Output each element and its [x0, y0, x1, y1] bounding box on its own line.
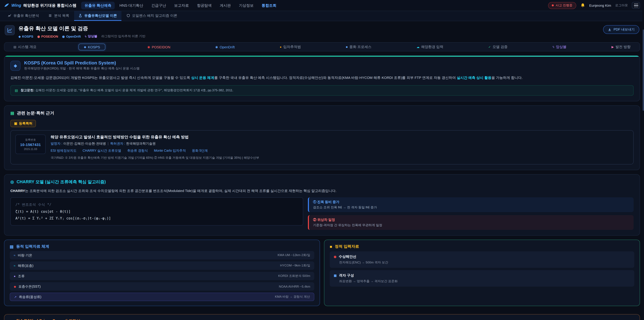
menu-item-weather[interactable]: 기상정보 — [236, 2, 257, 9]
page-title: 유출유 확산 모델 이론 및 검증 — [18, 25, 146, 32]
tab-label: 오일펜스 배치 알고리즘 이론 — [132, 13, 178, 18]
static-input-title: 정적 입력자료 — [335, 244, 359, 249]
weathering-icon: ■ — [346, 45, 348, 49]
menu-item-hns[interactable]: HNS·대기확산 — [116, 2, 146, 9]
app-title: 해양환경 위기대응 통합시스템 — [23, 3, 76, 8]
kosps-diamond-icon: ◆ — [10, 61, 20, 71]
patent-section: ▤ 관련 논문·특허 근거 ▣ 등록특허 등록번호 10-1567431 201… — [4, 105, 640, 170]
patent-tag[interactable]: 취송류 경험식 — [127, 149, 148, 153]
patent-card: 등록번호 10-1567431 2015.11.03 해양 유류오염사고 발생시… — [10, 130, 634, 164]
book-icon: ▤ — [15, 89, 18, 92]
grid-icon: ▦ — [334, 274, 336, 277]
rocket-icon: ▶ — [612, 45, 614, 49]
sectab-opendrift[interactable]: ◉OpenDrift — [212, 44, 238, 50]
sectab-ocean-env-input[interactable]: ☁해양환경 입력 — [414, 44, 446, 50]
diamond-icon: ◆ — [18, 35, 21, 38]
tab-label: 유출유확산모델 이론 — [84, 13, 117, 18]
list-icon — [48, 14, 52, 18]
tab-analysis-list[interactable]: 분석 목록 — [44, 11, 74, 21]
charry-notes: ① 진폭 동비 증가 검조소 조위 진폭 f배 → 전 격자 동일 f배 증가 … — [308, 197, 634, 230]
scrollbar-thumb[interactable] — [642, 30, 644, 111]
patent-tag[interactable]: Monte Carlo 입자추적 — [154, 149, 186, 153]
chart-icon: ▤ — [10, 244, 14, 249]
amplitude-note: ① 진폭 동비 증가 검조소 조위 진폭 f배 → 전 격자 동일 f배 증가 — [308, 197, 634, 212]
pdf-button-label: PDF 내보내기 — [614, 27, 634, 32]
logout-button[interactable]: 로그아웃 — [615, 3, 628, 8]
sub-tab-bar: 유출유 확산분석 분석 목록 유출유확산모델 이론 오일펜스 배치 알고리즘 이… — [0, 11, 644, 21]
scrollbar[interactable] — [642, 0, 644, 320]
badge-ensemble: ϟ앙상블 — [85, 34, 98, 39]
page-title-block: 유출유 확산 모델 이론 및 검증 ◆KOSPS ◉POSEIDON ◉Open… — [18, 25, 146, 39]
static-input-header: ■ 정적 입력자료 — [330, 244, 634, 249]
menu-item-board[interactable]: 게시판 — [216, 2, 234, 9]
top-navigation: Wing 해양환경 위기대응 통합시스템 유출유 확산예측 HNS·대기확산 긴… — [0, 0, 644, 11]
menu-item-integrated-search[interactable]: 통합조회 — [258, 2, 280, 9]
data-row-tide: ●조류 KORDI 조화분석·500m — [10, 272, 314, 280]
menu-item-reports[interactable]: 보고자료 — [171, 2, 192, 9]
pdf-export-button[interactable]: PDF 내보내기 — [603, 25, 639, 34]
particle-icon: ● — [280, 45, 282, 49]
patent-tags: ESI 방제정보지도 CHARRY 실시간 조류모델 취송류 경험식 Monte… — [51, 149, 259, 153]
dynamic-input-section: ▤ 동적 입력자료 체계 ≈바람·기온 KMA UM·~12km·2회/일 ≈해… — [4, 240, 320, 306]
tab-label: 유출유 확산분석 — [14, 13, 39, 18]
badge-poseidon: ◉POSEIDON — [37, 35, 58, 38]
pin-icon: ◉ — [334, 255, 336, 259]
sectab-weathering[interactable]: ■풍화 프로세스 — [343, 44, 374, 50]
incident-status-badge[interactable]: 사고 진행중 — [548, 2, 576, 9]
patent-tag[interactable]: ESI 방제정보지도 — [51, 149, 77, 153]
kosps-section: ◆ KOSPS (Korea Oil Spill Prediction Syst… — [4, 55, 640, 101]
patent-tag[interactable]: CHARRY 실시간 조류모델 — [83, 149, 121, 153]
section-tab-strip: ▤시스템 개요 ◆KOSPS ◉POSEIDON ◉OpenDrift ●입자추… — [4, 42, 640, 51]
tab-boom-algorithm-theory[interactable]: 오일펜스 배치 알고리즘 이론 — [122, 11, 182, 21]
notification-bell-icon[interactable] — [580, 3, 585, 8]
sectab-poseidon[interactable]: ◉POSEIDON — [144, 44, 174, 50]
kosps-subtitle: 한국해양연구원(KORDI) 개발 · 한국 해역 특화 유출유 확산 예측 상… — [24, 67, 140, 71]
charry-section: ◎ CHARRY 모델 (실시간 조류예측 핵심 알고리즘) CHARRY는 조… — [4, 174, 640, 236]
patent-tag[interactable]: 풍화 5단계 — [192, 149, 208, 153]
incident-label: 사고 진행중 — [556, 3, 572, 8]
patent-number-box: 등록번호 10-1567431 2015.11.03 — [16, 135, 46, 154]
menu-item-aerial-search[interactable]: 항공탐색 — [194, 2, 215, 9]
patent-section-title: 관련 논문·특허 근거 — [17, 110, 54, 116]
sectab-model-validation[interactable]: ✓모델 검증 — [485, 44, 511, 50]
tab-label: 분석 목록 — [54, 13, 69, 18]
analysis-chart-icon — [8, 14, 12, 18]
temperature-icon: ◆ — [14, 285, 16, 288]
data-row-wind: ≈바람·기온 KMA UM·~12km·2회/일 — [10, 251, 314, 260]
sectab-overview[interactable]: ▤시스템 개요 — [10, 44, 40, 50]
patent-info: 해양 유류오염사고 발생시 효율적인 방제방안 수립을 위한 유출유 확산 예측… — [51, 135, 259, 160]
dot-icon: ◉ — [148, 45, 150, 49]
kosps-description: 김혜진·이문진·오세웅·강문경(2011)이 개발한 KOSPS는 유출오염사고… — [10, 75, 634, 81]
code-comment: /* 변조조석 수식 */ — [16, 201, 298, 208]
lightning-icon: ϟ — [552, 45, 554, 49]
patent-section-header: ▤ 관련 논문·특허 근거 — [10, 110, 634, 116]
charry-description: CHARRY는 조화분석에 의한 검조소 실시간 조위와 조석 수치모델링에 의… — [10, 188, 634, 194]
badge-kosps: ◆KOSPS — [18, 35, 33, 38]
menu-item-spill-prediction[interactable]: 유출유 확산예측 — [81, 2, 115, 9]
hamburger-menu-icon[interactable] — [632, 2, 640, 9]
check-icon: ✓ — [488, 45, 491, 49]
app-root: Wing 해양환경 위기대응 통합시스템 유출유 확산예측 HNS·대기확산 긴… — [0, 0, 644, 320]
registered-patent-badge: ▣ 등록특허 — [10, 120, 36, 127]
nav-right: 사고 진행중 Eunjeong Kim 로그아웃 — [548, 2, 640, 9]
dynamic-input-title: 동적 입력자료 체계 — [16, 244, 49, 249]
app-logo[interactable]: Wing 해양환경 위기대응 통합시스템 — [4, 3, 76, 8]
dynamic-input-header: ▤ 동적 입력자료 체계 — [10, 244, 314, 249]
sectab-ensemble[interactable]: ϟ앙상블 — [550, 44, 570, 50]
diamond-icon: ◆ — [84, 45, 86, 49]
tab-model-theory[interactable]: 유출유확산모델 이론 — [74, 11, 122, 21]
menu-item-rescue[interactable]: 긴급구난 — [148, 2, 170, 9]
arrow-ne-icon: ↗ — [14, 295, 16, 299]
flask-icon — [79, 14, 82, 18]
kosps-title: KOSPS (Korea Oil Spill Prediction System… — [24, 60, 140, 66]
sectab-kosps[interactable]: ◆KOSPS — [78, 44, 105, 50]
sectab-particle-tracking[interactable]: ●입자추적법 — [277, 44, 304, 50]
patent-meta: 발명자 : 이문진·김혜진·이승현·전태병|특허권자 : 한국해양과학기술원 — [51, 142, 259, 146]
patent-rnd-note: 국가R&D: ① 3차원 유출유 확산예측 기반 방제 지원기술 개발 (기여율… — [51, 156, 259, 160]
tab-spill-analysis[interactable]: 유출유 확산분석 — [3, 11, 44, 21]
sectab-roadmap[interactable]: ▶발전 방향 — [608, 44, 634, 50]
wing-logo-icon — [4, 3, 10, 8]
trend-icon: ↗ — [10, 319, 13, 320]
wdc-section-header: ↗ 취송류(Wind-Driven Current) 경험식 — [10, 319, 634, 320]
wave-icon: ≈ — [14, 264, 16, 267]
